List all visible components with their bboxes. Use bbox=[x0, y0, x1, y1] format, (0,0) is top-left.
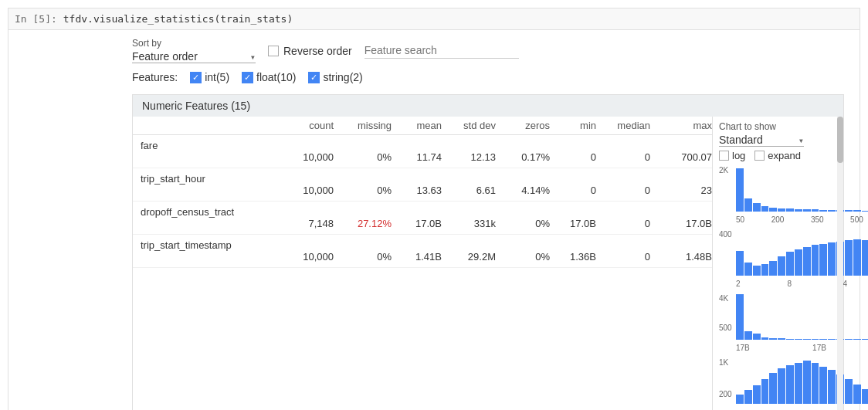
bar bbox=[828, 370, 836, 404]
int-label: int(5) bbox=[205, 71, 229, 83]
int-checkbox[interactable]: ✓ bbox=[190, 72, 202, 83]
x-label: 200 bbox=[771, 215, 785, 224]
bar bbox=[761, 264, 769, 276]
log-checkbox[interactable] bbox=[719, 151, 729, 161]
table-header-row: count missing mean std dev zeros min med… bbox=[133, 117, 712, 135]
x-label: 50 bbox=[736, 215, 744, 224]
bar bbox=[736, 168, 744, 212]
bar bbox=[753, 203, 761, 212]
bar bbox=[786, 365, 794, 404]
td-count-fare: 10,000 bbox=[272, 151, 334, 163]
x-label: 2 bbox=[736, 280, 741, 288]
expand-checkbox[interactable] bbox=[754, 151, 765, 161]
bar bbox=[753, 334, 761, 340]
bar bbox=[778, 368, 785, 404]
bar bbox=[769, 261, 777, 276]
bar bbox=[786, 208, 794, 212]
bar bbox=[795, 339, 802, 340]
chart-y-top-trip-start-hour: 400 bbox=[719, 230, 732, 239]
feature-type-int[interactable]: ✓ int(5) bbox=[190, 71, 229, 83]
x-label: 17B bbox=[736, 344, 750, 352]
data-table: count missing mean std dev zeros min med… bbox=[133, 117, 712, 410]
bar bbox=[795, 209, 802, 212]
td-missing-fare: 0% bbox=[334, 151, 392, 163]
td-max-trip-start-hour: 23 bbox=[650, 185, 712, 196]
bar bbox=[761, 206, 769, 212]
feature-name-dropoff: dropoff_census_tract bbox=[133, 206, 272, 218]
float-checkbox[interactable]: ✓ bbox=[242, 72, 253, 83]
feature-type-float[interactable]: ✓ float(10) bbox=[242, 71, 296, 83]
th-count: count bbox=[272, 120, 334, 131]
td-count-trip-start-hour: 10,000 bbox=[272, 185, 334, 196]
x-label: 350 bbox=[811, 215, 824, 224]
chart-type-select[interactable]: Standard Quantiles Top-k values bbox=[719, 134, 804, 147]
feature-data-row-trip-start-hour: 10,000 0% 13.63 6.61 4.14% 0 0 23 bbox=[133, 185, 712, 196]
chart-dropoff: 4K 500 bbox=[719, 294, 868, 352]
feature-type-string[interactable]: ✓ string(2) bbox=[308, 71, 362, 83]
td-zeros-dropoff: 0% bbox=[496, 218, 550, 229]
features-filter-row: Features: ✓ int(5) ✓ float(10) ✓ string(… bbox=[132, 71, 844, 83]
scrollbar-track[interactable] bbox=[837, 117, 843, 410]
sort-by-select[interactable]: Feature order bbox=[132, 50, 256, 63]
chart-options-row: log expand bbox=[719, 150, 868, 161]
bar bbox=[753, 385, 761, 404]
x-label: 17B bbox=[812, 344, 826, 352]
bar bbox=[828, 210, 836, 212]
bar bbox=[803, 339, 811, 340]
bar bbox=[803, 247, 811, 276]
bar bbox=[753, 266, 761, 276]
chart-y-mid-timestamp: 200 bbox=[719, 390, 732, 398]
chart-timestamp: 1K 200 bbox=[719, 358, 868, 410]
bar bbox=[795, 249, 802, 276]
chart-fare: 2K bbox=[719, 166, 868, 224]
bar bbox=[819, 244, 827, 276]
bar bbox=[769, 373, 777, 404]
x-axis-fare: 50 200 350 500 650 bbox=[736, 215, 868, 224]
td-min-fare: 0 bbox=[550, 151, 596, 163]
bar bbox=[819, 210, 827, 212]
bar bbox=[744, 263, 752, 276]
chart-trip-start-hour: 400 bbox=[719, 230, 868, 288]
controls-row: Sort by Feature order ▾ Reverse order bbox=[132, 38, 844, 63]
chart-panel: Chart to show Standard Quantiles Top-k v… bbox=[712, 117, 868, 410]
td-zeros-fare: 0.17% bbox=[496, 151, 550, 163]
td-zeros-timestamp: 0% bbox=[496, 251, 550, 263]
td-zeros-trip-start-hour: 4.14% bbox=[496, 185, 550, 196]
reverse-order-checkbox[interactable] bbox=[268, 46, 279, 56]
cell-label: In [5]: bbox=[15, 13, 57, 25]
string-checkbox[interactable]: ✓ bbox=[308, 72, 320, 83]
feature-search-input[interactable] bbox=[364, 42, 519, 59]
td-stddev-trip-start-hour: 6.61 bbox=[442, 185, 496, 196]
bar bbox=[736, 294, 744, 340]
td-stddev-dropoff: 331k bbox=[442, 218, 496, 229]
bar bbox=[769, 208, 777, 212]
bar bbox=[744, 331, 752, 340]
bar bbox=[761, 379, 769, 404]
bar bbox=[769, 338, 777, 340]
feature-data-row-dropoff: 7,148 27.12% 17.0B 331k 0% 17.0B 0 17.0B bbox=[133, 218, 712, 229]
bar bbox=[744, 198, 752, 212]
panel-header: Numeric Features (15) bbox=[133, 95, 843, 117]
x-axis-trip-start-hour: 2 8 14 20 bbox=[736, 280, 868, 288]
x-label: 500 bbox=[850, 215, 863, 224]
chart-type-select-wrapper: Standard Quantiles Top-k values ▾ bbox=[719, 134, 804, 147]
bars-trip-start-hour bbox=[736, 230, 868, 276]
bar bbox=[795, 363, 802, 404]
sort-by-group: Sort by Feature order ▾ bbox=[132, 38, 256, 63]
bar bbox=[853, 210, 861, 212]
expand-label: expand bbox=[768, 150, 801, 161]
td-missing-trip-start-hour: 0% bbox=[334, 185, 392, 196]
bar bbox=[828, 242, 836, 276]
feature-name-trip-start-hour: trip_start_hour bbox=[133, 173, 272, 185]
td-mean-timestamp: 1.41B bbox=[392, 251, 442, 263]
td-max-timestamp: 1.48B bbox=[650, 251, 712, 263]
bar bbox=[819, 367, 827, 404]
scrollbar-thumb[interactable] bbox=[837, 117, 843, 163]
table-row: fare 10,000 0% 11.74 12.13 0.17% 0 0 700… bbox=[133, 135, 712, 168]
bar bbox=[778, 208, 785, 212]
bar bbox=[786, 339, 794, 340]
feature-name-row-timestamp: trip_start_timestamp bbox=[133, 239, 712, 251]
bar bbox=[736, 251, 744, 276]
log-option: log bbox=[719, 150, 745, 161]
bar bbox=[845, 240, 853, 276]
